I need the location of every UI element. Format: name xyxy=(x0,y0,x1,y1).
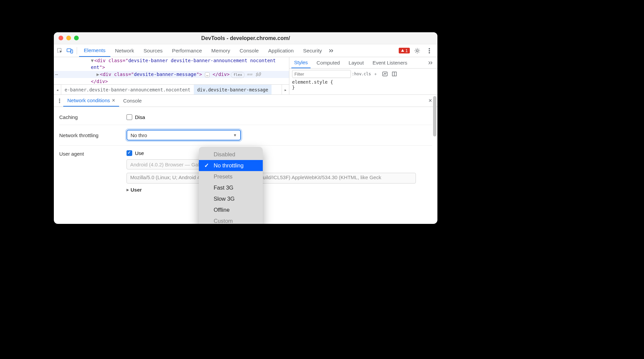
device-toggle-icon[interactable] xyxy=(65,46,75,55)
drawer-tabs: Network conditions × Console × xyxy=(54,95,437,107)
throttling-select[interactable]: No thro ▼ xyxy=(127,130,241,141)
tab-console[interactable]: Console xyxy=(235,44,263,57)
disable-cache-checkbox[interactable] xyxy=(127,114,132,120)
hov-toggle[interactable]: :hov xyxy=(353,70,360,78)
dd-custom-header: Custom xyxy=(199,215,263,224)
dd-presets-header: Presets xyxy=(199,171,263,182)
layout-toggle-icon[interactable] xyxy=(391,70,398,78)
svg-point-4 xyxy=(416,50,418,52)
svg-point-7 xyxy=(429,52,430,53)
tab-memory[interactable]: Memory xyxy=(207,44,235,57)
dd-disabled-header: Disabled xyxy=(199,149,263,160)
caching-label: Caching xyxy=(59,114,127,120)
scrollbar[interactable] xyxy=(433,96,436,136)
elements-area: … ▼<div class="devsite-banner devsite-ba… xyxy=(54,57,437,95)
drawer-tab-network-conditions[interactable]: Network conditions × xyxy=(63,95,119,107)
ellipsis-icon[interactable]: … xyxy=(205,72,210,77)
tab-application[interactable]: Application xyxy=(263,44,298,57)
toolbar-right: 1 xyxy=(399,46,436,55)
stab-styles[interactable]: Styles xyxy=(291,57,311,68)
svg-point-6 xyxy=(429,50,430,51)
error-count: 1 xyxy=(405,48,408,53)
main-toolbar: Elements Network Sources Performance Mem… xyxy=(54,44,437,57)
client-hints-label[interactable]: User xyxy=(131,187,142,193)
devtools-window: DevTools - developer.chrome.com/ Element… xyxy=(54,32,437,224)
panel-tabs: Elements Network Sources Performance Mem… xyxy=(79,44,336,57)
tab-network[interactable]: Network xyxy=(110,44,139,57)
tab-elements[interactable]: Elements xyxy=(79,44,110,57)
tab-sources[interactable]: Sources xyxy=(139,44,167,57)
throttling-label: Network throttling xyxy=(59,132,127,138)
tab-performance[interactable]: Performance xyxy=(167,44,207,57)
tab-security[interactable]: Security xyxy=(298,44,327,57)
inspect-icon[interactable] xyxy=(55,46,65,55)
dd-offline[interactable]: Offline xyxy=(199,204,263,215)
dd-slow-3g[interactable]: Slow 3G xyxy=(199,193,263,204)
more-tabs-icon[interactable] xyxy=(327,46,336,55)
ua-string-input[interactable]: Mozilla/5.0 (Linux; U; Android 4.0.2; en… xyxy=(127,173,416,184)
selected-node[interactable]: ▶<div class="devsite-banner-message"> … … xyxy=(54,71,289,78)
svg-point-5 xyxy=(429,48,430,49)
close-icon[interactable] xyxy=(59,36,63,40)
styles-pane: Styles Computed Layout Event Listeners :… xyxy=(289,57,437,94)
svg-point-12 xyxy=(59,100,60,101)
settings-icon[interactable] xyxy=(413,46,422,55)
computed-toggle-icon[interactable] xyxy=(381,70,389,78)
user-agent-label: User agent xyxy=(59,150,127,157)
dom-tree[interactable]: … ▼<div class="devsite-banner devsite-ba… xyxy=(54,57,289,94)
dd-fast-3g[interactable]: Fast 3G xyxy=(199,182,263,193)
maximize-icon[interactable] xyxy=(74,36,79,40)
stab-computed[interactable]: Computed xyxy=(314,57,343,68)
disable-cache-text: Disa xyxy=(135,114,145,120)
error-badge[interactable]: 1 xyxy=(399,48,410,53)
stab-event-listeners[interactable]: Event Listeners xyxy=(370,57,410,68)
svg-rect-1 xyxy=(67,49,71,52)
styles-tabs: Styles Computed Layout Event Listeners xyxy=(289,57,437,69)
ua-default-checkbox[interactable] xyxy=(127,150,132,156)
new-rule-icon[interactable]: ＋ xyxy=(372,70,379,78)
close-tab-icon[interactable]: × xyxy=(112,97,115,104)
breadcrumb: ◂ e-banner.devsite-banner-announcement.n… xyxy=(54,84,289,94)
style-rule[interactable]: element.style { } xyxy=(292,79,435,90)
disclosure-triangle-icon[interactable]: ▶ xyxy=(127,188,129,192)
kebab-icon[interactable] xyxy=(425,46,434,55)
drawer-kebab-icon[interactable] xyxy=(56,98,63,103)
svg-point-11 xyxy=(59,98,60,99)
dd-no-throttling[interactable]: No throttling xyxy=(199,160,263,171)
titlebar: DevTools - developer.chrome.com/ xyxy=(54,32,437,44)
drawer-tab-console[interactable]: Console xyxy=(119,95,146,107)
styles-more-icon[interactable] xyxy=(426,58,435,68)
minimize-icon[interactable] xyxy=(66,36,71,40)
breadcrumb-left-icon[interactable]: ◂ xyxy=(54,85,61,94)
throttling-dropdown: Disabled No throttling Presets Fast 3G S… xyxy=(199,147,263,224)
cls-toggle[interactable]: .cls xyxy=(362,70,370,78)
gutter-overflow-icon: … xyxy=(55,71,58,76)
stab-layout[interactable]: Layout xyxy=(346,57,366,68)
svg-point-13 xyxy=(59,102,60,103)
window-controls xyxy=(59,36,79,40)
breadcrumb-right-icon[interactable]: ▸ xyxy=(282,85,289,94)
chevron-down-icon: ▼ xyxy=(233,133,237,137)
window-title: DevTools - developer.chrome.com/ xyxy=(201,35,290,41)
styles-filter-input[interactable] xyxy=(292,70,351,78)
divider xyxy=(77,47,77,54)
flex-badge[interactable]: flex xyxy=(231,72,245,78)
breadcrumb-seg-parent[interactable]: e-banner.devsite-banner-announcement.noc… xyxy=(61,85,194,94)
ua-default-text: Use xyxy=(135,150,144,156)
breadcrumb-seg-current[interactable]: div.devsite-banner-message xyxy=(194,85,272,94)
